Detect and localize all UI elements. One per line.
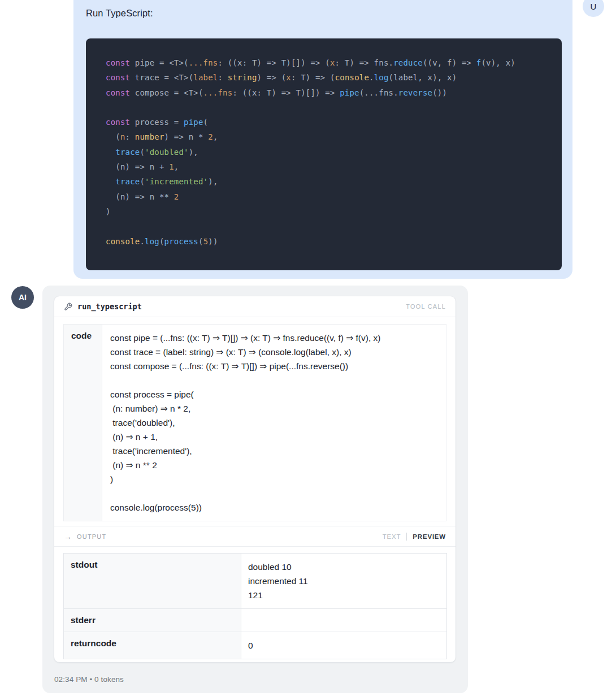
tab-divider: [406, 533, 407, 541]
output-row-key: returncode: [64, 632, 241, 659]
tab-preview[interactable]: PREVIEW: [413, 533, 446, 540]
tool-param-name: code: [64, 325, 102, 521]
output-row-key: stdout: [64, 554, 241, 609]
tool-param-value: const pipe = (...fns: ((x: T) ⇒ T)[]) ⇒ …: [102, 325, 446, 521]
message-timestamp: 02:34 PM • 0 tokens: [54, 675, 124, 684]
output-row-key: stderr: [64, 609, 241, 632]
output-row-value: 0: [241, 632, 447, 659]
ai-avatar: AI: [11, 286, 34, 309]
output-row: stderr: [64, 609, 447, 632]
wrench-icon: [64, 303, 72, 311]
output-tabs: TEXT PREVIEW: [383, 533, 446, 541]
tool-call-card: run_typescript TOOL CALL code const pipe…: [54, 296, 456, 663]
arrow-right-icon: →: [64, 532, 72, 541]
tab-text[interactable]: TEXT: [383, 533, 401, 540]
output-row-value: [241, 609, 447, 632]
output-table-body: stdoutdoubled 10 incremented 11 121stder…: [64, 554, 447, 659]
output-row: returncode0: [64, 632, 447, 659]
tool-name: run_typescript: [77, 302, 142, 311]
user-message-bubble: Run TypeScript: const pipe = <T>(...fns:…: [73, 0, 572, 279]
user-avatar: U: [583, 0, 604, 17]
output-row-value: doubled 10 incremented 11 121: [241, 554, 447, 609]
tool-call-header[interactable]: run_typescript TOOL CALL: [54, 296, 456, 317]
user-message-text: Run TypeScript:: [86, 8, 153, 19]
user-code: const pipe = <T>(...fns: ((x: T) => T)[]…: [106, 55, 550, 249]
user-code-block: const pipe = <T>(...fns: ((x: T) => T)[]…: [86, 38, 562, 270]
tool-param-row: code const pipe = (...fns: ((x: T) ⇒ T)[…: [63, 324, 446, 521]
ai-message-container: run_typescript TOOL CALL code const pipe…: [42, 286, 468, 693]
output-label: OUTPUT: [77, 533, 106, 540]
output-table: stdoutdoubled 10 incremented 11 121stder…: [63, 553, 447, 659]
output-row: stdoutdoubled 10 incremented 11 121: [64, 554, 447, 609]
output-section-header: → OUTPUT TEXT PREVIEW: [54, 526, 456, 547]
tool-call-badge: TOOL CALL: [406, 303, 446, 310]
